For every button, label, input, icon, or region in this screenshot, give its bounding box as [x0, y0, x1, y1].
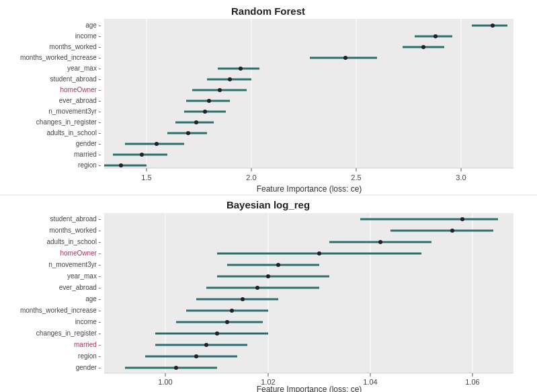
chart2-dot-region: [194, 354, 198, 358]
chart1-ylabel-homeowner: homeOwner -: [60, 86, 101, 93]
chart1-dot-homeowner: [218, 88, 222, 92]
chart1-ylabel-months-worked: months_worked -: [49, 43, 101, 50]
chart2-dot-months-worked-inc: [230, 309, 234, 313]
chart1-title: Random Forest: [231, 5, 305, 17]
chart2-ylabel-gender: gender -: [76, 364, 101, 371]
chart2-dot-age: [241, 297, 245, 301]
chart2-dot-income: [225, 320, 229, 324]
chart2-xaxis-label: Feature Importance (loss: ce): [257, 385, 362, 392]
chart2-dot-adults-school: [378, 240, 382, 244]
chart1-ylabel-n-movement: n_movement3yr -: [48, 108, 101, 115]
chart1-ylabel-age: age -: [85, 22, 101, 29]
chart1-ylabel-student-abroad: student_abroad -: [50, 75, 101, 83]
chart1-dot-gender: [155, 142, 159, 146]
chart2-ylabel-year-max: year_max -: [67, 272, 101, 280]
chart2-ylabel-months-worked-inc: months_worked_increase -: [20, 307, 101, 314]
chart1-dot-ever-abroad: [207, 99, 211, 103]
chart1-xaxis-label: Feature Importance (loss: ce): [257, 184, 362, 194]
chart2-ylabel-changes-register: changes_in_register -: [36, 329, 101, 337]
chart1-ylabel-year-max: year_max -: [67, 65, 101, 72]
chart1-dot-months-worked: [421, 45, 425, 49]
chart2-dot-married: [204, 343, 208, 347]
chart1-ylabel-months-worked-inc: months_worked_increase -: [20, 54, 101, 61]
chart2-dot-year-max: [266, 274, 270, 278]
chart1-xlabel-1: 1.5: [141, 173, 151, 182]
chart2-xlabel-1: 1.00: [158, 378, 172, 386]
chart1-dot-student-abroad: [228, 77, 232, 81]
chart2-ylabel-ever-abroad: ever_abroad -: [59, 284, 101, 291]
chart2-xlabel-4: 1.06: [465, 378, 479, 386]
page-container: Random Forest /* rendered below */ 1.5 2…: [0, 0, 537, 392]
chart2-dot-changes-register: [215, 331, 219, 336]
chart2-ylabel-age: age -: [85, 295, 101, 303]
chart1-ylabel-adults-school: adults_in_school -: [46, 129, 101, 136]
chart1-dot-months-worked-inc: [343, 56, 347, 60]
full-chart: Random Forest /* rendered below */ 1.5 2…: [0, 0, 537, 392]
chart2-ylabel-months-worked: months_worked -: [49, 227, 101, 234]
chart1-ylabel-gender: gender -: [76, 140, 101, 147]
chart1-xlabel-4: 3.0: [456, 173, 466, 182]
chart1-dot-income: [433, 34, 438, 38]
chart1-dot-adults-school: [186, 131, 190, 135]
chart2-dot-months-worked: [450, 229, 454, 233]
chart1-xlabel-3: 2.5: [351, 173, 361, 182]
chart2-xlabel-3: 1.04: [363, 378, 377, 386]
chart1-dot-n-movement: [203, 110, 207, 114]
chart2-dot-student-abroad: [460, 217, 464, 221]
chart1-ylabel-income: income -: [75, 32, 101, 40]
chart1-xlabel-2: 2.0: [246, 173, 256, 182]
chart2-dot-homeowner: [317, 251, 321, 256]
chart1-dot-changes-register: [194, 120, 198, 124]
chart2-ylabel-n-movement: n_movement3yr -: [48, 261, 101, 268]
chart2-dot-gender: [174, 366, 178, 370]
chart1-dot-age: [491, 24, 495, 28]
chart1-plot-bg: [104, 19, 513, 168]
chart2-ylabel-married: married -: [74, 341, 101, 348]
chart1-ylabel-ever-abroad: ever_abroad -: [59, 97, 101, 104]
chart2-title: Bayesian log_reg: [226, 199, 310, 210]
chart2-ylabel-student-abroad: student_abroad -: [50, 215, 101, 223]
chart1-ylabel-changes-register: changes_in_register -: [36, 118, 101, 126]
chart1-dot-region: [119, 163, 123, 167]
chart2-ylabel-homeowner: homeOwner -: [60, 249, 101, 257]
chart2-ylabel-adults-school: adults_in_school -: [46, 238, 101, 245]
chart1-dot-married: [140, 153, 144, 157]
chart2-dot-ever-abroad: [255, 286, 259, 290]
chart1-ylabel-region: region -: [78, 161, 101, 169]
chart2-ylabel-income: income -: [75, 318, 101, 325]
chart1-dot-year-max: [239, 67, 243, 71]
chart2-dot-n-movement: [276, 263, 280, 267]
chart2-ylabel-region: region -: [78, 352, 101, 360]
chart1-ylabel-married: married -: [74, 151, 101, 158]
